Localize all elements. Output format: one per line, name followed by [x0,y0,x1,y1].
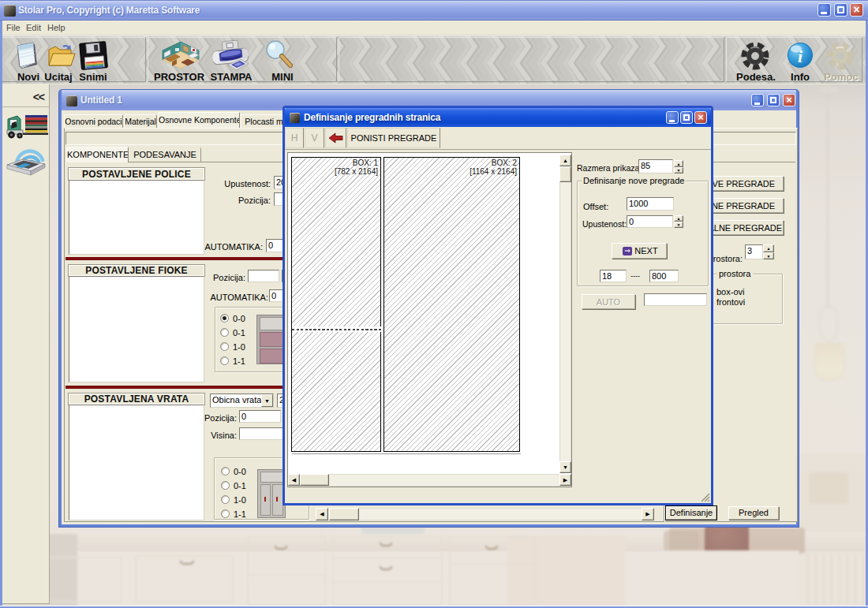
svg-text:i: i [798,47,803,66]
